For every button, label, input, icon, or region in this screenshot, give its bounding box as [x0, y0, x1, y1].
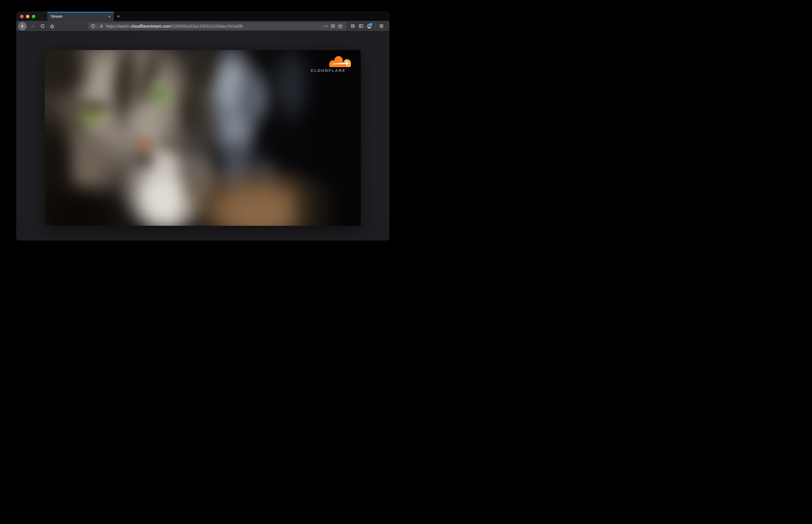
url-scheme: https://watch. — [106, 24, 131, 29]
page-content: CLOUDFLARE® — [16, 32, 389, 240]
url-path: /118598a163a125631152ddaccfe3a0fb — [171, 24, 243, 29]
url-bar[interactable]: https://watch.cloudflarestream.com/11859… — [88, 22, 346, 30]
minimize-window-button[interactable] — [26, 15, 30, 18]
back-arrow-icon — [20, 24, 25, 29]
blur-blob — [295, 50, 361, 226]
close-tab-icon[interactable]: × — [107, 14, 112, 19]
blurred-cat-video-frame — [45, 50, 361, 226]
cloudflare-logo: CLOUDFLARE® — [305, 56, 353, 73]
url-domain: cloudflarestream.com — [131, 24, 171, 29]
save-to-pocket-button[interactable] — [329, 22, 337, 30]
cloudflare-cloud-icon — [329, 56, 353, 68]
lock-icon[interactable] — [99, 24, 104, 28]
browser-window: Stream × + — [16, 12, 389, 240]
sidebar-icon — [359, 23, 363, 29]
bookmark-star-button[interactable] — [337, 22, 344, 30]
tab-title: Stream — [51, 14, 62, 19]
new-tab-button[interactable]: + — [114, 13, 123, 20]
tab-bar-empty-space: + — [114, 12, 389, 21]
star-icon — [338, 23, 343, 29]
toolbar-right-group — [349, 22, 386, 30]
menu-button[interactable] — [377, 22, 385, 30]
url-text: https://watch.cloudflarestream.com/11859… — [106, 24, 243, 29]
active-tab-indicator — [47, 12, 114, 13]
urlbar-actions — [322, 22, 344, 30]
cloudflare-wordmark: CLOUDFLARE® — [305, 68, 353, 73]
forward-button[interactable] — [29, 22, 37, 30]
pocket-icon — [331, 24, 335, 29]
page-actions-button[interactable] — [322, 22, 329, 30]
account-button[interactable] — [366, 22, 373, 30]
blur-blob — [140, 140, 149, 148]
close-window-button[interactable] — [20, 15, 23, 18]
home-button[interactable] — [48, 22, 56, 30]
navigation-toolbar: https://watch.cloudflarestream.com/11859… — [16, 21, 389, 32]
library-button[interactable] — [349, 22, 357, 30]
forward-arrow-icon — [30, 24, 35, 29]
titlebar — [16, 12, 47, 21]
reload-button[interactable] — [38, 22, 47, 30]
library-icon — [350, 23, 355, 29]
ellipsis-icon — [324, 24, 328, 29]
tab-stream[interactable]: Stream × — [47, 12, 114, 21]
tracking-protection-shield-icon[interactable] — [91, 24, 95, 29]
registered-mark: ® — [346, 68, 347, 70]
tab-bar: Stream × + — [16, 12, 389, 21]
video-player[interactable]: CLOUDFLARE® — [45, 50, 361, 226]
urlbar-divider — [97, 24, 97, 29]
account-notification-badge — [370, 23, 372, 26]
back-button[interactable] — [18, 22, 27, 31]
zoom-window-button[interactable] — [32, 15, 35, 18]
reload-icon — [40, 24, 45, 29]
blur-blob — [156, 83, 163, 101]
home-icon — [50, 24, 54, 29]
sidebar-button[interactable] — [357, 22, 365, 30]
hamburger-menu-icon — [379, 23, 384, 29]
toolbar-divider — [375, 23, 376, 30]
